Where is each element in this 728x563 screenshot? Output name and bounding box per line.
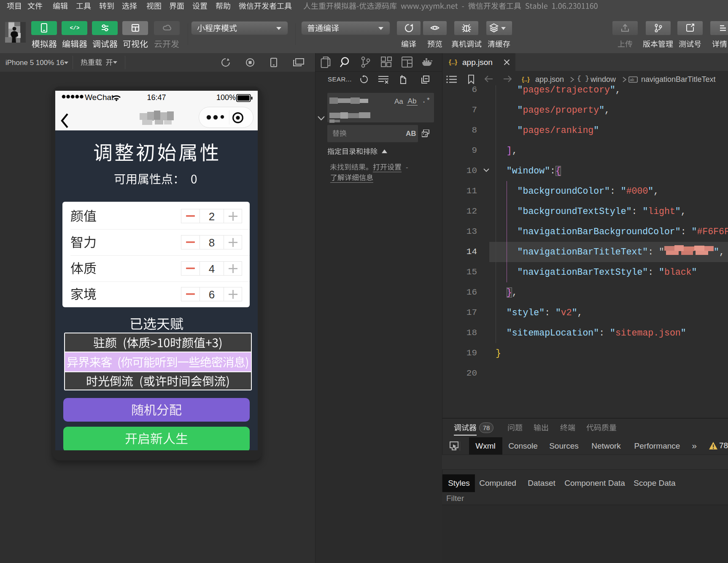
svg-text:{..}: {..} <box>449 58 457 65</box>
svg-text:</>: </> <box>70 25 79 31</box>
svg-text:{..}: {..} <box>522 76 530 83</box>
svg-text:ab: ab <box>630 78 634 82</box>
